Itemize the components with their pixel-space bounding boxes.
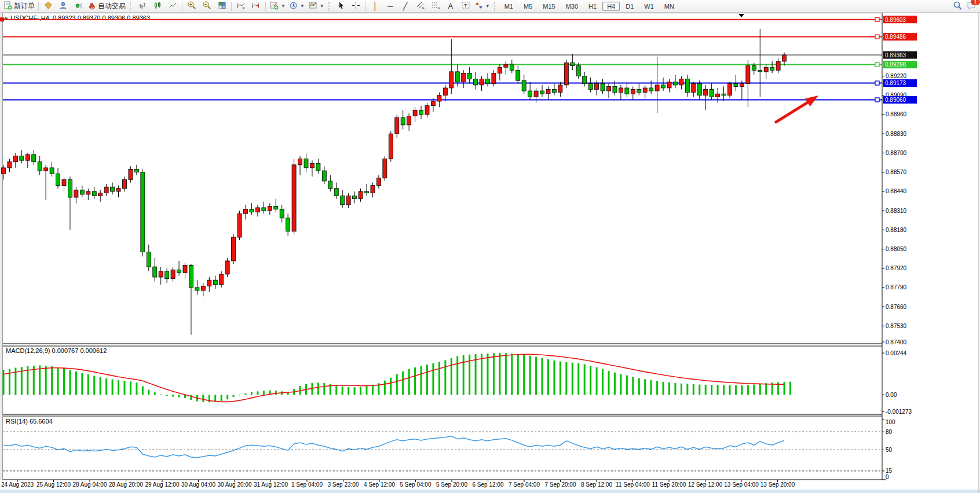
search-icon[interactable] [953, 1, 962, 13]
horizontal-line-tool[interactable]: ─ [383, 1, 398, 12]
candlestick [522, 80, 526, 91]
auto-trading-button[interactable]: 自动交易 [86, 1, 127, 12]
rsi-axis-tick: 80 [886, 429, 893, 435]
trendline-tool[interactable]: ╱ [398, 1, 413, 12]
candlestick [673, 82, 677, 85]
price-axis-tick: 0.88700 [886, 150, 907, 156]
candlestick-chart-button[interactable] [150, 1, 165, 12]
timeframe-button-H4[interactable]: H4 [602, 2, 620, 11]
candlestick [98, 193, 103, 196]
timeframe-button-MN[interactable]: MN [660, 2, 679, 11]
timeframe-button-M1[interactable]: M1 [500, 2, 518, 11]
indicators-button[interactable]: ▼ [268, 1, 287, 12]
clock-icon [289, 1, 298, 12]
arrows-tool[interactable]: ▼ [473, 1, 492, 12]
toolbar-separator [365, 2, 366, 11]
fibonacci-tool[interactable]: F [428, 1, 443, 12]
candlestick [764, 67, 768, 72]
candlestick [292, 165, 296, 231]
candlestick [552, 90, 556, 93]
price-axis[interactable]: 0.892200.890900.889600.888300.887000.885… [882, 73, 907, 345]
chart-shift-button[interactable] [248, 1, 264, 12]
notifications-button[interactable]: 1 [967, 1, 977, 13]
candlestick [177, 270, 181, 273]
line-anchor-marker[interactable] [875, 81, 879, 85]
time-axis-label: 11 Sep 04:00 [616, 481, 650, 488]
periods-button[interactable]: ▼ [287, 1, 306, 12]
price-tags: 0.896030.894860.893630.892980.891730.890… [883, 16, 917, 104]
text-icon: A [448, 2, 453, 10]
horizontal-level-line[interactable] [3, 62, 882, 67]
toolbar-drag-handle[interactable] [328, 2, 331, 11]
macd-axis-tick: -0.001273 [886, 409, 912, 415]
line-anchor-marker[interactable] [875, 17, 879, 21]
market-watch-button[interactable] [41, 1, 56, 12]
candlestick-icon [153, 1, 162, 12]
candlestick [716, 94, 720, 97]
candlestick [74, 190, 78, 197]
time-axis-label: 24 Aug 2023 [1, 481, 34, 488]
candlestick [237, 214, 242, 237]
horizontal-level-line[interactable] [3, 35, 882, 39]
zoom-in-button[interactable] [184, 1, 199, 12]
candlestick [346, 196, 350, 204]
candlestick [195, 288, 199, 290]
timeframe-button-M15[interactable]: M15 [538, 2, 560, 11]
horizontal-level-line[interactable] [0, 17, 882, 21]
horizontal-level-line[interactable] [3, 81, 882, 85]
line-anchor-marker[interactable] [875, 35, 879, 39]
auto-scroll-icon [236, 1, 246, 12]
text-label-tool[interactable]: T [458, 1, 473, 12]
data-window-button[interactable] [56, 1, 71, 12]
auto-scroll-button[interactable] [233, 1, 248, 12]
timeframe-button-H1[interactable]: H1 [584, 2, 601, 11]
price-axis-tick: 0.87660 [886, 304, 907, 310]
toolbar-drag-handle[interactable] [130, 2, 133, 11]
candlestick [383, 159, 387, 178]
candlestick [534, 91, 538, 97]
tile-windows-button[interactable] [214, 1, 229, 12]
equidistant-channel-tool[interactable]: E [413, 1, 428, 12]
candlestick [697, 83, 701, 95]
time-axis-label: 6 Sep 12:00 [473, 481, 504, 488]
sound-button[interactable] [71, 1, 86, 12]
candlestick [159, 271, 163, 277]
crosshair-button[interactable] [349, 1, 364, 12]
line-anchor-marker[interactable] [875, 62, 879, 67]
timeframe-button-M5[interactable]: M5 [519, 2, 537, 11]
cursor-button[interactable] [334, 1, 349, 12]
timeframe-button-D1[interactable]: D1 [621, 2, 638, 11]
templates-button[interactable]: ▼ [306, 1, 326, 12]
candlestick [153, 267, 157, 277]
timeframe-button-M30[interactable]: M30 [561, 2, 583, 11]
time-axis[interactable]: 24 Aug 202325 Aug 12:0028 Aug 04:0028 Au… [1, 480, 795, 488]
candlestick [322, 171, 326, 181]
candlestick [746, 66, 750, 84]
horizontal-level-line[interactable] [3, 98, 882, 102]
candlestick [752, 66, 756, 71]
candlestick [38, 162, 42, 171]
bar-chart-button[interactable] [135, 1, 150, 12]
text-tool[interactable]: A [443, 1, 458, 12]
horizontal-line-icon: ─ [387, 2, 393, 10]
new-order-button[interactable]: 新订单 [2, 1, 36, 12]
time-axis-label: 8 Sep 12:00 [581, 481, 612, 488]
candlestick [455, 72, 459, 82]
toolbar-drag-handle[interactable] [494, 2, 497, 11]
candlestick [613, 86, 617, 92]
line-anchor-marker[interactable] [875, 98, 879, 102]
candlestick [480, 79, 484, 85]
candlestick [328, 181, 332, 189]
timeframe-button-W1[interactable]: W1 [639, 2, 659, 11]
candlestick [758, 70, 762, 72]
candlestick [280, 209, 284, 218]
vertical-line-tool[interactable]: │ [368, 1, 383, 12]
candlestick [486, 79, 490, 84]
candlestick [189, 266, 193, 288]
time-axis-label: 29 Aug 12:00 [145, 481, 180, 488]
zoom-out-button[interactable] [199, 1, 214, 12]
candlestick [274, 206, 278, 209]
line-chart-button[interactable] [165, 1, 180, 12]
candlestick [734, 83, 738, 86]
chart-canvas[interactable]: 0.892200.890900.889600.888300.887000.885… [0, 0, 980, 493]
